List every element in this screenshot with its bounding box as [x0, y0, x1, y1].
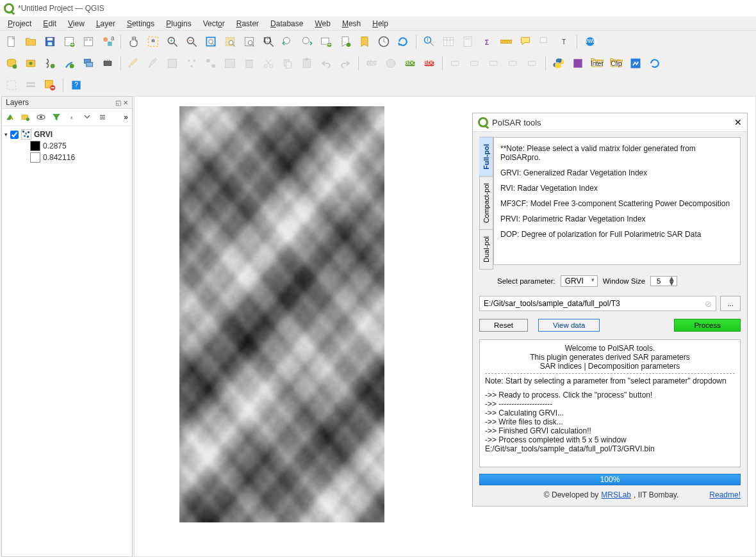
pan-to-selection-icon[interactable] — [144, 33, 162, 51]
browse-button[interactable]: ... — [720, 296, 741, 311]
open-project-icon[interactable] — [22, 33, 40, 51]
copy-features-icon[interactable] — [279, 54, 297, 72]
tab-compact-pol[interactable]: Compact-pol — [479, 176, 493, 230]
undo-icon[interactable] — [317, 54, 335, 72]
view-data-button[interactable]: View data — [538, 319, 600, 332]
zoom-out-icon[interactable] — [183, 33, 201, 51]
redo-icon[interactable] — [336, 54, 354, 72]
new-geopackage-icon[interactable] — [22, 54, 40, 72]
new-virtual-layer-icon[interactable] — [79, 54, 97, 72]
menu-help[interactable]: Help — [367, 17, 393, 30]
window-size-spinner[interactable]: ▲▼ — [650, 276, 677, 286]
delete-selected-icon[interactable] — [240, 54, 258, 72]
menu-view[interactable]: View — [63, 17, 90, 30]
parameter-select[interactable]: GRVI — [561, 275, 598, 287]
pin-labels-icon[interactable] — [447, 54, 464, 72]
polsar-titlebar[interactable]: PolSAR tools ✕ — [473, 113, 747, 132]
menu-mesh[interactable]: Mesh — [337, 17, 366, 30]
zoom-full-icon[interactable] — [202, 33, 220, 51]
rotate-label-icon[interactable] — [504, 54, 522, 72]
identify-icon[interactable]: i — [420, 33, 438, 51]
menu-database[interactable]: Database — [265, 17, 308, 30]
zoom-selection-icon[interactable] — [221, 33, 239, 51]
menu-vector[interactable]: Vector — [198, 17, 230, 30]
save-edits-icon[interactable] — [163, 54, 181, 72]
current-edits-icon[interactable] — [125, 54, 143, 72]
remove-layer-icon[interactable] — [95, 110, 110, 124]
spinner-down-icon[interactable]: ▼ — [668, 281, 675, 286]
move-label-icon[interactable] — [485, 54, 503, 72]
pan-icon[interactable] — [125, 33, 143, 51]
zoom-in-icon[interactable] — [163, 33, 181, 51]
menu-edit[interactable]: Edit — [38, 17, 62, 30]
map-tips-icon[interactable] — [516, 33, 534, 51]
layers-panel-window-controls[interactable]: ◱ ✕ — [115, 99, 128, 106]
measure-icon[interactable] — [497, 33, 515, 51]
zoom-next-icon[interactable] — [298, 33, 316, 51]
folder-path-input[interactable]: E:/Git/sar_tools/sample_data/full_pol/T3… — [479, 296, 716, 311]
menu-layer[interactable]: Layer — [91, 17, 120, 30]
new-spatialite-icon[interactable] — [60, 54, 78, 72]
show-bookmarks-icon[interactable] — [356, 33, 374, 51]
layer-labeling-green-icon[interactable]: abc — [401, 54, 419, 72]
layer-name[interactable]: GRVI — [34, 130, 53, 139]
temporal-controller-icon[interactable] — [375, 33, 393, 51]
menu-raster[interactable]: Raster — [231, 17, 264, 30]
modify-attributes-icon[interactable] — [221, 54, 239, 72]
process-button[interactable]: Process — [674, 319, 741, 332]
diagram-icon[interactable] — [382, 54, 400, 72]
polsar-plugin-icon[interactable] — [627, 54, 645, 72]
tab-dual-pol[interactable]: Dual-pol — [479, 229, 493, 270]
add-feature-icon[interactable] — [183, 54, 201, 72]
menu-project[interactable]: Project — [3, 17, 37, 30]
data-source-manager-icon[interactable] — [3, 54, 21, 72]
clear-icon[interactable]: ⊘ — [705, 299, 712, 309]
mrslab-link[interactable]: MRSLab — [601, 490, 631, 499]
style-manager-icon[interactable]: a — [99, 33, 117, 51]
readme-link[interactable]: Readme! — [709, 490, 741, 499]
new-project-icon[interactable] — [3, 33, 21, 51]
new-shapefile-icon[interactable] — [41, 54, 59, 72]
zoom-native-icon[interactable]: 1:1 — [259, 33, 277, 51]
statistics-icon[interactable]: Σ — [478, 33, 496, 51]
select-all-icon[interactable] — [22, 76, 40, 94]
plugin-purple-icon[interactable] — [569, 54, 587, 72]
toggle-editing-icon[interactable] — [144, 54, 162, 72]
deselect-all-icon[interactable] — [41, 76, 59, 94]
cut-features-icon[interactable] — [259, 54, 277, 72]
refresh-icon[interactable] — [394, 33, 412, 51]
layer-visibility-checkbox[interactable] — [10, 131, 19, 139]
reload-plugin-icon[interactable] — [646, 54, 664, 72]
annotation-icon[interactable] — [536, 33, 554, 51]
layers-more-icon[interactable]: » — [121, 113, 131, 122]
menu-web[interactable]: Web — [309, 17, 335, 30]
save-project-icon[interactable] — [41, 33, 59, 51]
layer-tree-root[interactable]: ▾ GRVI — [4, 129, 129, 140]
show-pinned-icon[interactable] — [466, 54, 484, 72]
text-annotation-icon[interactable]: T — [555, 33, 573, 51]
menu-settings[interactable]: Settings — [122, 17, 160, 30]
label-toolbar-icon[interactable]: abc — [363, 54, 381, 72]
expand-all-icon[interactable] — [80, 110, 94, 124]
reset-button[interactable]: Reset — [479, 319, 528, 332]
expression-filter-icon[interactable]: ε — [65, 110, 79, 124]
menu-plugins[interactable]: Plugins — [161, 17, 196, 30]
zoom-last-icon[interactable] — [279, 33, 297, 51]
change-label-icon[interactable] — [523, 54, 541, 72]
python-console-icon[interactable] — [550, 54, 568, 72]
paste-features-icon[interactable] — [298, 54, 316, 72]
map-canvas[interactable]: PolSAR tools ✕ Full-pol Compact-pol Dual… — [134, 96, 756, 557]
expand-arrow-icon[interactable]: ▾ — [4, 131, 8, 138]
layout-manager-icon[interactable] — [79, 33, 97, 51]
prev-clip-icon[interactable]: PrevClip — [607, 54, 625, 72]
window-size-input[interactable] — [651, 277, 666, 285]
zoom-layer-icon[interactable] — [240, 33, 258, 51]
layer-labeling-red-icon[interactable]: abc — [420, 54, 438, 72]
new-spatial-bookmark-icon[interactable] — [336, 33, 354, 51]
tab-full-pol[interactable]: Full-pol — [479, 137, 493, 177]
manage-visibility-icon[interactable] — [34, 110, 48, 124]
filter-legend-icon[interactable] — [49, 110, 63, 124]
prev-inter-icon[interactable]: PrevInter — [588, 54, 606, 72]
new-map-view-icon[interactable]: + — [317, 33, 335, 51]
layer-tree[interactable]: ▾ GRVI 0.2875 0.842116 — [2, 126, 132, 166]
